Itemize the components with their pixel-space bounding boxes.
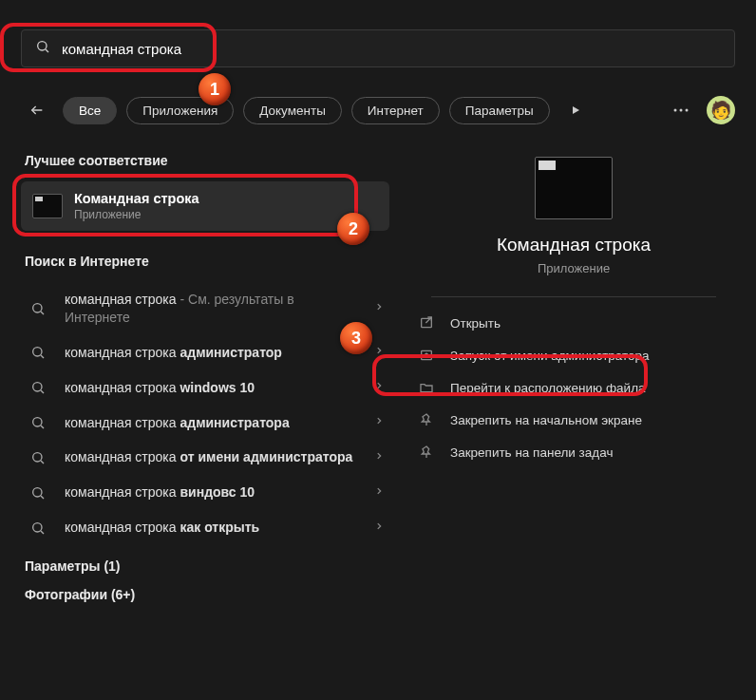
section-best-match: Лучшее соответствие: [25, 153, 386, 168]
action-file-location[interactable]: Перейти к расположению файла: [412, 371, 735, 404]
action-label: Открыть: [450, 316, 501, 331]
svg-point-6: [686, 109, 689, 112]
action-label: Запуск от имени администратора: [450, 349, 650, 363]
pin-icon: [416, 412, 437, 427]
divider: [431, 296, 715, 297]
svg-line-18: [41, 496, 44, 499]
action-open[interactable]: Открыть: [412, 307, 735, 339]
action-label: Закрепить на начальном экране: [450, 413, 642, 427]
back-button[interactable]: [21, 94, 53, 126]
cmd-icon: [32, 194, 63, 218]
chevron-right-icon: [374, 449, 384, 466]
svg-line-14: [41, 426, 44, 428]
preview-title: Командная строка: [497, 235, 651, 255]
search-icon: [25, 520, 51, 536]
pin-icon: [416, 445, 437, 460]
search-icon: [25, 485, 51, 501]
chevron-right-icon: [374, 520, 384, 537]
chevron-right-icon: [374, 414, 384, 431]
user-avatar[interactable]: 🧑: [707, 96, 735, 124]
svg-point-0: [38, 42, 47, 50]
svg-line-10: [41, 355, 44, 358]
web-result-label: командная строка администратора: [65, 414, 361, 432]
web-result-label: командная строка как открыть: [65, 519, 361, 537]
filter-docs[interactable]: Документы: [243, 97, 342, 124]
chevron-right-icon: [374, 484, 384, 501]
web-result-label: командная строка - См. результаты в Инте…: [65, 291, 361, 327]
best-match-title: Командная строка: [74, 191, 199, 206]
search-icon: [25, 301, 51, 316]
filter-web[interactable]: Интернет: [351, 97, 440, 124]
best-match-subtitle: Приложение: [74, 208, 199, 221]
chevron-right-icon: [374, 300, 384, 317]
annotation-badge-3: 3: [340, 322, 372, 354]
section-params[interactable]: Параметры (1): [25, 558, 386, 574]
shield-icon: [416, 348, 437, 363]
web-result-item[interactable]: командная строка windows 10: [21, 370, 389, 406]
chevron-right-icon: [374, 379, 384, 396]
open-icon: [416, 315, 437, 331]
filter-all[interactable]: Все: [63, 97, 117, 124]
web-result-label: командная строка виндовс 10: [65, 483, 361, 501]
svg-point-5: [680, 109, 683, 112]
annotation-badge-2: 2: [337, 213, 369, 245]
svg-point-13: [33, 418, 42, 426]
svg-marker-3: [573, 106, 579, 114]
web-result-label: командная строка от имени администратора: [65, 448, 361, 466]
svg-point-17: [33, 487, 42, 496]
svg-line-1: [46, 49, 48, 52]
web-result-item[interactable]: командная строка от имени администратора: [21, 440, 389, 475]
annotation-badge-1: 1: [198, 73, 231, 105]
svg-point-4: [674, 109, 677, 112]
action-pin-taskbar[interactable]: Закрепить на панели задач: [412, 436, 735, 468]
overflow-button[interactable]: [665, 94, 697, 126]
svg-line-20: [41, 531, 44, 534]
action-pin-start[interactable]: Закрепить на начальном экране: [412, 404, 735, 436]
svg-line-16: [41, 461, 44, 464]
action-label: Закрепить на панели задач: [450, 445, 613, 460]
action-label: Перейти к расположению файла: [450, 381, 646, 395]
more-filters-button[interactable]: [559, 94, 592, 126]
svg-point-15: [33, 453, 42, 462]
web-result-item[interactable]: командная строка - См. результаты в Инте…: [21, 282, 389, 335]
filter-settings[interactable]: Параметры: [449, 97, 550, 124]
web-result-item[interactable]: командная строка как открыть: [21, 510, 389, 545]
web-result-item[interactable]: командная строка администратора: [21, 406, 389, 441]
search-icon: [25, 345, 51, 360]
web-result-label: командная строка windows 10: [65, 379, 361, 397]
svg-point-11: [33, 383, 42, 391]
chevron-right-icon: [374, 344, 384, 361]
svg-line-8: [41, 312, 44, 314]
preview-subtitle: Приложение: [538, 261, 610, 275]
search-icon: [25, 415, 51, 430]
folder-icon: [416, 380, 437, 395]
svg-point-9: [33, 348, 42, 356]
web-result-item[interactable]: командная строка виндовс 10: [21, 475, 389, 510]
svg-point-19: [33, 522, 42, 531]
search-input[interactable]: [62, 41, 721, 57]
best-match-result[interactable]: Командная строка Приложение: [21, 181, 389, 231]
web-result-label: командная строка администратор: [65, 344, 361, 362]
search-icon: [25, 380, 51, 395]
action-run-admin[interactable]: Запуск от имени администратора: [412, 339, 735, 371]
section-photos[interactable]: Фотографии (6+): [25, 587, 386, 602]
svg-point-7: [33, 304, 42, 312]
search-bar[interactable]: [21, 29, 735, 67]
preview-icon: [535, 157, 613, 219]
svg-line-12: [41, 390, 44, 393]
web-result-item[interactable]: командная строка администратор: [21, 335, 389, 370]
search-icon: [35, 39, 50, 58]
search-icon: [25, 450, 51, 465]
section-web: Поиск в Интернете: [25, 254, 386, 269]
